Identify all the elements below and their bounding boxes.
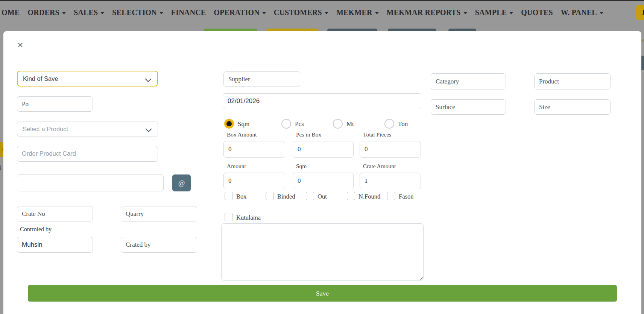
nav-item-operation: OPERATION: [214, 8, 266, 17]
box-amount-label: Box Amount: [227, 131, 257, 138]
unit-radio-mt[interactable]: [333, 119, 343, 129]
unit-radio-ton-label: Ton: [398, 120, 408, 128]
caret-down-icon: [509, 12, 513, 14]
out-checkbox[interactable]: [306, 192, 314, 200]
caret-down-icon: [600, 12, 603, 14]
category-input[interactable]: [431, 73, 506, 89]
caret-down-icon: [262, 12, 266, 14]
nav-item-selection: SELECTION: [112, 8, 163, 17]
select-product-placeholder: Select a Product: [23, 126, 68, 133]
nav-item-orders: ORDERS: [27, 8, 66, 17]
right-slate-fragment: [641, 56, 644, 70]
unit-radio-mt-label: Mt: [346, 120, 354, 128]
binded-checkbox[interactable]: [266, 192, 274, 200]
amount-input[interactable]: [223, 173, 285, 189]
pcs-in-box-input[interactable]: [293, 141, 354, 158]
po-input[interactable]: [17, 96, 93, 112]
nav-item-quotes: QUOTES: [521, 8, 553, 17]
product-input[interactable]: [534, 73, 611, 89]
backdrop-right-strip[interactable]: 0: [641, 31, 644, 314]
nav-item-customers: CUSTOMERS: [274, 8, 328, 17]
order-product-card-input[interactable]: [17, 146, 158, 162]
nav-item-finance: FINANCE: [171, 8, 206, 17]
stock-entry-modal: ✕ Kind of Save Select a Product @ Contro…: [3, 31, 641, 314]
top-right-gold-button: I: [636, 5, 644, 20]
total-pieces-label: Total Pieces: [363, 131, 391, 138]
pcs-in-box-label: Pcs in Box: [296, 131, 321, 138]
close-icon[interactable]: ✕: [15, 39, 26, 51]
nav-item-w-panel: W. PANEL: [561, 8, 603, 17]
caret-down-icon: [100, 12, 104, 14]
save-button[interactable]: Save: [28, 285, 617, 302]
controlled-by-label: Controled by: [20, 226, 52, 233]
binded-checkbox-label: Binded: [277, 193, 295, 200]
nav-label: OME: [2, 8, 20, 17]
caret-down-icon: [159, 12, 163, 14]
caret-down-icon: [325, 12, 328, 14]
at-button[interactable]: @: [172, 174, 191, 191]
fason-checkbox-label: Fason: [399, 193, 413, 200]
nav-item-sales: SALES: [74, 8, 104, 17]
out-checkbox-label: Out: [317, 193, 327, 200]
total-pieces-input[interactable]: [360, 141, 421, 158]
chevron-down-icon: [145, 76, 152, 82]
main-navbar: OME ORDERS SALES SELECTION FINANCE OPERA…: [0, 1, 644, 24]
surface-input[interactable]: [431, 99, 506, 115]
nav-item-home: OME: [2, 8, 20, 17]
unit-radio-sqm[interactable]: [224, 119, 234, 129]
nfound-checkbox[interactable]: [347, 192, 355, 200]
box-checkbox-label: Box: [236, 193, 247, 200]
controlled-by-input[interactable]: [17, 237, 93, 253]
crate-amount-input[interactable]: [360, 173, 421, 189]
unit-radio-sqm-label: Sqm: [238, 120, 249, 128]
chevron-down-icon: [146, 126, 152, 132]
right-text-fragment: 0: [641, 38, 644, 43]
caret-down-icon: [62, 12, 66, 14]
caret-down-icon: [463, 12, 467, 14]
left-gold-fragment: i: [0, 142, 3, 157]
quarry-input[interactable]: [121, 206, 197, 221]
kind-of-save-value: Kind of Save: [23, 75, 58, 82]
nav-item-mekmer: MEKMER: [336, 8, 379, 17]
crated-by-input[interactable]: [121, 237, 197, 253]
sqm-label: Sqm: [296, 163, 307, 170]
caret-down-icon: [375, 12, 379, 14]
lookup-input[interactable]: [17, 174, 164, 191]
notes-textarea[interactable]: [221, 223, 424, 281]
date-input[interactable]: [223, 93, 421, 109]
kind-of-save-select[interactable]: Kind of Save: [17, 71, 158, 86]
fason-checkbox[interactable]: [387, 192, 395, 200]
size-input[interactable]: [534, 99, 611, 115]
crate-no-input[interactable]: [17, 206, 93, 221]
nfound-checkbox-label: N.Found: [358, 193, 380, 200]
box-checkbox[interactable]: [225, 192, 233, 200]
unit-radio-pcs[interactable]: [281, 119, 291, 129]
kutulama-checkbox[interactable]: [225, 213, 233, 221]
select-product-select[interactable]: Select a Product: [17, 121, 158, 137]
unit-radio-ton[interactable]: [384, 119, 394, 129]
nav-item-mekmar-reports: MEKMAR REPORTS: [387, 8, 467, 17]
supplier-input[interactable]: [223, 71, 300, 87]
kutulama-checkbox-label: Kutulama: [236, 214, 261, 221]
crate-amount-label: Crate Amount: [363, 163, 396, 170]
backdrop-left-strip[interactable]: i ↓: [0, 31, 3, 314]
nav-item-sample: SAMPLE: [475, 8, 513, 17]
box-amount-input[interactable]: [223, 141, 285, 158]
down-arrow-icon: ↓: [0, 163, 2, 171]
amount-label: Amount: [227, 163, 246, 170]
sqm-input[interactable]: [293, 173, 354, 189]
unit-radio-pcs-label: Pcs: [295, 120, 304, 128]
